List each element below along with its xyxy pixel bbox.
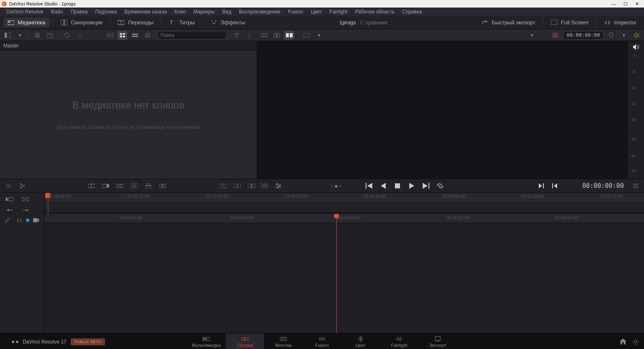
svg-point-60 [279,185,280,187]
page-tab-монтаж[interactable]: Монтаж [264,333,303,349]
import-icon[interactable] [32,31,42,40]
reframe-icon[interactable] [272,31,282,40]
menu-рабочая-область[interactable]: Рабочая область [351,9,399,15]
jog-control[interactable]: ‹●› [331,182,341,189]
close-button[interactable]: ✕ [635,1,639,7]
ripple-icon[interactable] [115,181,125,190]
menu-временная-шкала[interactable]: Временная шкала [121,9,171,15]
cut-icon[interactable] [232,181,242,190]
upper-timeline-track[interactable] [44,203,644,213]
strip-view-icon[interactable] [130,31,140,40]
loop-icon[interactable] [435,181,445,191]
closeup-icon[interactable] [129,181,139,190]
fast-review-icon[interactable] [260,181,270,190]
timeline-timecode[interactable]: 00:00:00:00 [582,182,624,190]
menu-справка[interactable]: Справка [398,9,426,15]
timeline-mode-a-icon[interactable] [3,195,17,204]
menu-маркеры[interactable]: Маркеры [190,9,218,15]
thumbnail-view-icon[interactable] [117,31,127,40]
next-clip-icon[interactable] [536,181,546,191]
pencil-icon[interactable] [3,216,13,225]
timeline-area[interactable]: 00:59:56:0000:59:58:0001:00:00:0001:00:0… [44,214,644,333]
menu-правка[interactable]: Правка [67,9,91,15]
marker-icon[interactable] [606,31,616,40]
dissolve-icon[interactable] [247,181,257,190]
append-icon[interactable] [101,181,111,190]
timeline-snap-icon[interactable] [18,206,33,215]
search-input[interactable] [161,32,223,38]
import-folder-icon[interactable] [45,31,55,40]
menu-клип[interactable]: Клип [171,9,190,15]
search-box[interactable] [158,31,226,39]
menu-вид[interactable]: Вид [218,9,235,15]
chevron-down-icon[interactable]: ▾ [314,31,324,40]
resolve-fx-icon[interactable] [75,31,85,40]
toolbar-титры[interactable]: TТитры [165,18,199,27]
play-reverse-icon[interactable] [378,181,388,191]
viewer-mode-icon[interactable] [301,31,312,40]
main-playhead[interactable] [336,214,337,333]
svg-rect-29 [274,33,276,37]
page-tab-цвет[interactable]: Цвет [341,333,380,349]
metadata-view-icon[interactable] [105,31,115,40]
chevron-down-icon[interactable]: ▾ [619,31,629,40]
home-icon[interactable] [620,339,626,345]
play-icon[interactable] [407,181,417,191]
audio-trim-icon[interactable]: [□] [14,216,24,225]
toolbar-быстрый-экспорт[interactable]: Быстрый экспорт [478,18,540,27]
menu-подгонка[interactable]: Подгонка [91,9,121,15]
timeline-mode-b-icon[interactable] [18,195,33,204]
toolbar-inspector[interactable]: Inspector [600,18,641,27]
transition-icon[interactable] [218,181,228,190]
boring-detector-icon[interactable] [259,31,269,40]
menu-воспроизведение[interactable]: Воспроизведение [235,9,284,15]
scissors-icon[interactable] [18,181,28,190]
master-bin[interactable]: Master [0,41,257,50]
chevron-down-icon[interactable]: ▾ [15,31,25,40]
page-tab-сборка[interactable]: Сборка [226,333,264,349]
menu-файл[interactable]: Файл [47,9,67,15]
minimize-button[interactable]: — [611,1,616,7]
stop-icon[interactable] [392,181,402,191]
video-track-indicator[interactable] [26,219,29,222]
upper-timeline-ruler[interactable]: 01:00:00:0001:00:10:0001:00:20:0001:00:3… [44,193,644,203]
toolbar-переходы[interactable]: Переходы [114,18,158,27]
toolbar-эффекты[interactable]: Эффекты [206,18,249,27]
sync-icon[interactable] [62,31,72,40]
settings-icon[interactable] [632,339,639,345]
toolbar-full-screen[interactable]: Full Screen [547,18,593,27]
jump-start-icon[interactable] [364,181,374,191]
viewer-panel[interactable] [257,41,627,179]
menu-davinci-resolve[interactable]: DaVinci Resolve [3,9,47,15]
bin-view-icon[interactable] [3,31,13,40]
timeline-options-icon[interactable] [273,181,283,190]
page-tab-экспорт[interactable]: Экспорт [418,333,457,349]
safe-area-icon[interactable] [551,31,561,40]
page-tab-fusion[interactable]: Fusion [303,333,341,349]
bypass-fx-icon[interactable] [631,31,641,40]
page-tab-fairlight[interactable]: Fairlight [380,333,418,349]
menu-fairlight[interactable]: Fairlight [326,9,351,15]
timeline-menu-icon[interactable] [631,181,641,190]
menu-fusion[interactable]: Fusion [284,9,307,15]
jump-end-icon[interactable] [421,181,431,191]
timeline-lock-icon[interactable] [3,206,17,215]
source-overwrite-icon[interactable] [158,181,168,190]
viewer-timecode[interactable]: 00:00:00:00 [563,31,604,39]
speaker-icon[interactable] [632,44,640,51]
place-on-top-icon[interactable] [143,181,153,190]
toolbar-синхроящик[interactable]: Синхроящик [57,18,106,27]
chevron-down-icon[interactable]: ▾ [527,31,537,40]
toolbar-медиатека[interactable]: Медиатека [3,18,49,27]
prev-clip-icon[interactable] [550,181,560,191]
menu-цвет[interactable]: Цвет [307,9,326,15]
smart-insert-icon[interactable] [86,181,96,190]
sort-icon[interactable] [231,31,242,40]
page-tab-мультимедиа[interactable]: Мультимедиа [187,333,226,349]
maximize-button[interactable]: ☐ [623,1,628,7]
list-view-icon[interactable] [143,31,153,40]
split-icon[interactable] [3,181,13,190]
video-only-icon[interactable] [31,216,41,225]
tools-icon[interactable] [284,31,294,40]
options-icon[interactable]: ⋮ [244,31,254,40]
